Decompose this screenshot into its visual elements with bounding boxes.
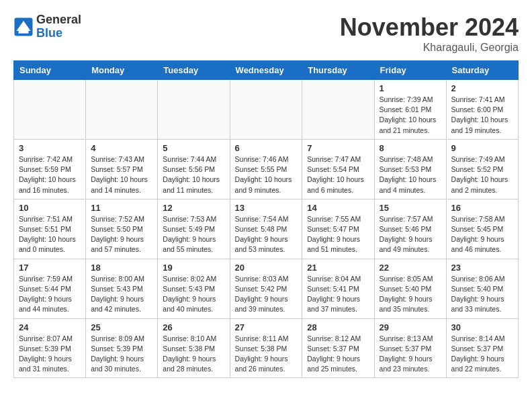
calendar-cell: 21Sunrise: 8:04 AM Sunset: 5:41 PM Dayli…	[302, 259, 374, 318]
day-number: 26	[163, 322, 224, 332]
day-info: Sunrise: 7:55 AM Sunset: 5:47 PM Dayligh…	[307, 214, 369, 255]
day-number: 11	[91, 203, 152, 213]
day-info: Sunrise: 7:44 AM Sunset: 5:56 PM Dayligh…	[163, 154, 224, 195]
day-number: 20	[235, 263, 298, 273]
calendar-cell: 19Sunrise: 8:02 AM Sunset: 5:43 PM Dayli…	[158, 259, 230, 318]
calendar-cell: 10Sunrise: 7:51 AM Sunset: 5:51 PM Dayli…	[14, 199, 86, 259]
calendar-cell: 29Sunrise: 8:13 AM Sunset: 5:37 PM Dayli…	[374, 318, 446, 378]
calendar-cell: 12Sunrise: 7:53 AM Sunset: 5:49 PM Dayli…	[158, 199, 230, 259]
calendar-cell: 3Sunrise: 7:42 AM Sunset: 5:59 PM Daylig…	[14, 139, 86, 199]
day-info: Sunrise: 7:54 AM Sunset: 5:48 PM Dayligh…	[235, 214, 298, 255]
logo-text: General Blue	[36, 13, 81, 40]
day-number: 7	[307, 143, 369, 153]
day-info: Sunrise: 7:46 AM Sunset: 5:55 PM Dayligh…	[235, 154, 298, 195]
calendar-cell: 25Sunrise: 8:09 AM Sunset: 5:39 PM Dayli…	[86, 318, 158, 378]
day-number: 1	[380, 83, 441, 93]
calendar-cell	[230, 80, 302, 140]
day-info: Sunrise: 7:57 AM Sunset: 5:46 PM Dayligh…	[380, 214, 441, 255]
calendar-cell: 20Sunrise: 8:03 AM Sunset: 5:42 PM Dayli…	[230, 259, 302, 318]
weekday-header-thursday: Thursday	[302, 61, 374, 80]
day-info: Sunrise: 8:13 AM Sunset: 5:37 PM Dayligh…	[380, 334, 441, 375]
day-number: 19	[163, 263, 224, 273]
day-info: Sunrise: 8:11 AM Sunset: 5:38 PM Dayligh…	[235, 334, 298, 375]
day-info: Sunrise: 8:14 AM Sunset: 5:37 PM Dayligh…	[451, 334, 513, 375]
calendar-cell: 30Sunrise: 8:14 AM Sunset: 5:37 PM Dayli…	[446, 318, 518, 378]
week-row-4: 17Sunrise: 7:59 AM Sunset: 5:44 PM Dayli…	[14, 259, 519, 318]
week-row-5: 24Sunrise: 8:07 AM Sunset: 5:39 PM Dayli…	[14, 318, 519, 378]
day-number: 17	[19, 263, 81, 273]
calendar-cell: 8Sunrise: 7:48 AM Sunset: 5:53 PM Daylig…	[374, 139, 446, 199]
day-number: 4	[91, 143, 152, 153]
day-number: 21	[307, 263, 369, 273]
day-number: 5	[163, 143, 224, 153]
day-info: Sunrise: 7:52 AM Sunset: 5:50 PM Dayligh…	[91, 214, 152, 255]
title-block: November 2024 Kharagauli, Georgia	[340, 13, 519, 54]
day-info: Sunrise: 8:07 AM Sunset: 5:39 PM Dayligh…	[19, 334, 81, 375]
day-number: 10	[19, 203, 81, 213]
day-number: 22	[380, 263, 441, 273]
day-number: 8	[380, 143, 441, 153]
calendar-cell	[302, 80, 374, 140]
day-number: 18	[91, 263, 152, 273]
weekday-header-row: SundayMondayTuesdayWednesdayThursdayFrid…	[14, 61, 519, 80]
calendar-cell: 15Sunrise: 7:57 AM Sunset: 5:46 PM Dayli…	[374, 199, 446, 259]
week-row-3: 10Sunrise: 7:51 AM Sunset: 5:51 PM Dayli…	[14, 199, 519, 259]
day-number: 15	[380, 203, 441, 213]
calendar-cell: 6Sunrise: 7:46 AM Sunset: 5:55 PM Daylig…	[230, 139, 302, 199]
logo: General Blue	[13, 13, 81, 40]
svg-rect-2	[19, 31, 29, 34]
weekday-header-monday: Monday	[86, 61, 158, 80]
week-row-1: 1Sunrise: 7:39 AM Sunset: 6:01 PM Daylig…	[14, 80, 519, 140]
day-number: 2	[451, 83, 513, 93]
day-info: Sunrise: 8:05 AM Sunset: 5:40 PM Dayligh…	[380, 274, 441, 315]
day-info: Sunrise: 7:48 AM Sunset: 5:53 PM Dayligh…	[380, 154, 441, 195]
day-info: Sunrise: 7:42 AM Sunset: 5:59 PM Dayligh…	[19, 154, 81, 195]
weekday-header-tuesday: Tuesday	[158, 61, 230, 80]
day-info: Sunrise: 8:09 AM Sunset: 5:39 PM Dayligh…	[91, 334, 152, 375]
calendar-cell: 2Sunrise: 7:41 AM Sunset: 6:00 PM Daylig…	[446, 80, 518, 140]
calendar-cell: 7Sunrise: 7:47 AM Sunset: 5:54 PM Daylig…	[302, 139, 374, 199]
weekday-header-saturday: Saturday	[446, 61, 518, 80]
calendar-cell: 13Sunrise: 7:54 AM Sunset: 5:48 PM Dayli…	[230, 199, 302, 259]
day-info: Sunrise: 7:43 AM Sunset: 5:57 PM Dayligh…	[91, 154, 152, 195]
calendar-cell: 4Sunrise: 7:43 AM Sunset: 5:57 PM Daylig…	[86, 139, 158, 199]
day-info: Sunrise: 7:58 AM Sunset: 5:45 PM Dayligh…	[451, 214, 513, 255]
day-number: 12	[163, 203, 224, 213]
calendar-cell: 14Sunrise: 7:55 AM Sunset: 5:47 PM Dayli…	[302, 199, 374, 259]
location: Kharagauli, Georgia	[340, 42, 519, 54]
day-number: 16	[451, 203, 513, 213]
day-number: 3	[19, 143, 81, 153]
logo-icon	[13, 17, 34, 37]
day-info: Sunrise: 7:47 AM Sunset: 5:54 PM Dayligh…	[307, 154, 369, 195]
day-number: 29	[380, 322, 441, 332]
day-info: Sunrise: 8:03 AM Sunset: 5:42 PM Dayligh…	[235, 274, 298, 315]
day-number: 23	[451, 263, 513, 273]
day-info: Sunrise: 7:59 AM Sunset: 5:44 PM Dayligh…	[19, 274, 81, 315]
day-info: Sunrise: 7:49 AM Sunset: 5:52 PM Dayligh…	[451, 154, 513, 195]
weekday-header-friday: Friday	[374, 61, 446, 80]
month-title: November 2024	[340, 13, 519, 42]
calendar-cell	[158, 80, 230, 140]
day-info: Sunrise: 7:53 AM Sunset: 5:49 PM Dayligh…	[163, 214, 224, 255]
day-number: 13	[235, 203, 298, 213]
day-number: 14	[307, 203, 369, 213]
calendar-cell	[86, 80, 158, 140]
weekday-header-sunday: Sunday	[14, 61, 86, 80]
calendar-cell: 5Sunrise: 7:44 AM Sunset: 5:56 PM Daylig…	[158, 139, 230, 199]
calendar-cell: 26Sunrise: 8:10 AM Sunset: 5:38 PM Dayli…	[158, 318, 230, 378]
page-header: General Blue November 2024 Kharagauli, G…	[13, 13, 519, 54]
day-info: Sunrise: 7:41 AM Sunset: 6:00 PM Dayligh…	[451, 95, 513, 136]
calendar-cell: 16Sunrise: 7:58 AM Sunset: 5:45 PM Dayli…	[446, 199, 518, 259]
logo-general: General	[36, 13, 81, 26]
calendar-cell: 23Sunrise: 8:06 AM Sunset: 5:40 PM Dayli…	[446, 259, 518, 318]
day-info: Sunrise: 8:10 AM Sunset: 5:38 PM Dayligh…	[163, 334, 224, 375]
day-number: 9	[451, 143, 513, 153]
calendar-cell: 1Sunrise: 7:39 AM Sunset: 6:01 PM Daylig…	[374, 80, 446, 140]
day-number: 24	[19, 322, 81, 332]
week-row-2: 3Sunrise: 7:42 AM Sunset: 5:59 PM Daylig…	[14, 139, 519, 199]
day-info: Sunrise: 7:39 AM Sunset: 6:01 PM Dayligh…	[380, 95, 441, 136]
weekday-header-wednesday: Wednesday	[230, 61, 302, 80]
day-number: 28	[307, 322, 369, 332]
calendar-cell	[14, 80, 86, 140]
day-info: Sunrise: 8:12 AM Sunset: 5:37 PM Dayligh…	[307, 334, 369, 375]
